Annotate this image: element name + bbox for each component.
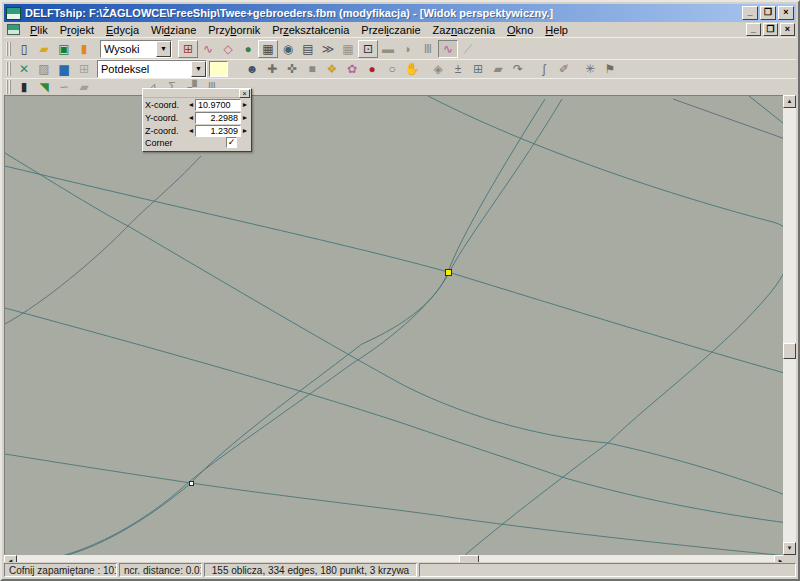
menu-edycja[interactable]: Edycja — [100, 23, 145, 37]
plane-icon[interactable]: ■ — [302, 60, 322, 78]
toolbar-grip[interactable] — [6, 42, 11, 56]
control-net-icon[interactable]: ⊞ — [178, 40, 198, 58]
close-button[interactable]: × — [778, 6, 794, 20]
menu-przeliczanie[interactable]: Przeliczanie — [355, 23, 426, 37]
project-icon[interactable]: ❖ — [322, 60, 342, 78]
lock-icon[interactable]: ● — [362, 60, 382, 78]
fair-curve-icon[interactable]: ⟋ — [458, 40, 478, 58]
layer-combobox[interactable]: Potdeksel ▼ — [97, 60, 207, 78]
layer-value: Potdeksel — [98, 63, 191, 75]
camera-icon[interactable]: ☻ — [242, 60, 262, 78]
curve-icon[interactable]: ʃ — [534, 60, 554, 78]
curve-point-icon[interactable]: ✐ — [554, 60, 574, 78]
menu-help[interactable]: Help — [539, 23, 574, 37]
menu-projekt[interactable]: Projekt — [54, 23, 100, 37]
solid-icon[interactable]: ▰ — [488, 60, 508, 78]
scroll-down-button[interactable]: ▼ — [783, 542, 796, 555]
z-coord-increase-arrow[interactable]: ► — [241, 127, 249, 134]
align-icon[interactable]: ± — [448, 60, 468, 78]
unlock-icon[interactable]: ○ — [382, 60, 402, 78]
comb-icon: Ⅲ — [424, 43, 432, 55]
swan-icon[interactable]: ∽ — [54, 78, 74, 96]
coordinate-panel[interactable]: × X-coord.◄10.9700►Y-coord.◄2.2988►Z-coo… — [142, 88, 252, 152]
control-point[interactable] — [189, 481, 194, 486]
x-coord-input[interactable]: 10.9700 — [195, 99, 241, 111]
grid-snap-icon[interactable]: ⊞ — [468, 60, 488, 78]
curvature-icon[interactable]: ∿ — [438, 40, 458, 58]
z-coord-input[interactable]: 1.2309 — [195, 125, 241, 137]
flowlines-icon[interactable]: ▬ — [378, 40, 398, 58]
layer-grid-icon[interactable]: ⊞ — [74, 60, 94, 78]
z-coord-decrease-arrow[interactable]: ◄ — [187, 127, 195, 134]
y-coord-increase-arrow[interactable]: ► — [241, 114, 249, 121]
edge-curve-icon[interactable]: ∿ — [198, 40, 218, 58]
precision-combobox[interactable]: Wysoki ▼ — [100, 40, 172, 58]
toolbar-grip[interactable] — [6, 80, 11, 94]
add-point-icon[interactable]: ✚ — [262, 60, 282, 78]
marker-pen-icon[interactable]: ▮ — [14, 78, 34, 96]
flag-icon[interactable]: ⚑ — [600, 60, 620, 78]
collapse-icon[interactable]: ✳ — [580, 60, 600, 78]
stations-icon[interactable]: ▤ — [298, 40, 318, 58]
hull-icon[interactable]: ◥ — [34, 78, 54, 96]
layer-auto-icon: ✕ — [19, 63, 29, 75]
mdi-restore-button[interactable]: ❐ — [763, 23, 778, 36]
shade-icon[interactable]: ● — [238, 40, 258, 58]
layer-auto-icon[interactable]: ✕ — [14, 60, 34, 78]
vertical-scrollbar[interactable]: ▲ ▼ — [783, 95, 796, 555]
menu-zaznaczenia[interactable]: Zaznaczenia — [427, 23, 501, 37]
layer-color-icon[interactable]: ▆ — [54, 60, 74, 78]
mdi-document-icon[interactable] — [7, 24, 20, 35]
menu-widziane[interactable]: Widziane — [145, 23, 202, 37]
corner-checkbox[interactable]: ✓ — [226, 137, 237, 148]
menu-okno[interactable]: Okno — [501, 23, 539, 37]
restore-button[interactable]: ❐ — [760, 6, 776, 20]
exit-icon[interactable]: ▮ — [74, 40, 94, 58]
comb-icon[interactable]: Ⅲ — [418, 40, 438, 58]
duck-icon[interactable]: ▰ — [74, 78, 94, 96]
coordinate-panel-close-button[interactable]: × — [239, 89, 250, 98]
coordinate-panel-titlebar[interactable]: × — [143, 89, 251, 98]
y-coord-decrease-arrow[interactable]: ◄ — [187, 114, 195, 121]
flower-icon[interactable]: ✿ — [342, 60, 362, 78]
perspective-viewport[interactable] — [4, 95, 787, 555]
x-coord-decrease-arrow[interactable]: ◄ — [187, 101, 195, 108]
mdi-close-button[interactable]: × — [780, 23, 795, 36]
rotate-icon[interactable]: ↷ — [508, 60, 528, 78]
corner-icon[interactable]: ◈ — [428, 60, 448, 78]
layer-color-swatch[interactable] — [209, 61, 228, 77]
buttocks-icon[interactable]: ≫ — [318, 40, 338, 58]
curve-icon: ʃ — [543, 63, 546, 75]
scroll-up-button[interactable]: ▲ — [783, 95, 796, 108]
hand-icon[interactable]: ✋ — [402, 60, 422, 78]
precision-dropdown-arrow[interactable]: ▼ — [156, 41, 171, 57]
wireframe-icon[interactable]: ▦ — [258, 40, 278, 58]
open-folder-icon[interactable]: ▰ — [34, 40, 54, 58]
mdi-minimize-button[interactable]: _ — [746, 23, 761, 36]
status-undo-memory: Cofnij zapamiętane : 101 Kb. — [4, 563, 117, 577]
menu-przybornik[interactable]: Przybornik — [202, 23, 266, 37]
edge-curve-icon: ∿ — [203, 43, 213, 55]
menu-przeksztacenia[interactable]: Przekształcenia — [266, 23, 355, 37]
layer-dropdown-arrow[interactable]: ▼ — [191, 61, 206, 77]
layer-develop-icon: ▨ — [38, 63, 49, 75]
save-icon[interactable]: ▣ — [54, 40, 74, 58]
new-face-icon[interactable]: ◇ — [218, 40, 238, 58]
selected-control-point[interactable] — [445, 269, 452, 276]
menu-plik[interactable]: Plik — [24, 23, 54, 37]
waterlines-icon[interactable]: ▦ — [338, 40, 358, 58]
title-bar[interactable]: DELFTship: F:\ŻAGLOWCE\FreeShip\Twee+geb… — [4, 4, 796, 22]
developable-icon[interactable]: ◉ — [278, 40, 298, 58]
x-coord-label: X-coord. — [145, 100, 187, 110]
layer-develop-icon[interactable]: ▨ — [34, 60, 54, 78]
new-file-icon[interactable]: ▯ — [14, 40, 34, 58]
toolbar-grip[interactable] — [6, 62, 11, 76]
minimize-button[interactable]: _ — [742, 6, 758, 20]
hydrostatics-icon[interactable]: ⊡ — [358, 40, 378, 58]
vertical-scroll-thumb[interactable] — [783, 343, 796, 359]
layer-grid-icon: ⊞ — [79, 63, 89, 75]
x-coord-increase-arrow[interactable]: ► — [241, 101, 249, 108]
insert-point-icon[interactable]: ✜ — [282, 60, 302, 78]
y-coord-input[interactable]: 2.2988 — [195, 112, 241, 124]
resistance-icon[interactable]: ◗ — [398, 40, 418, 58]
